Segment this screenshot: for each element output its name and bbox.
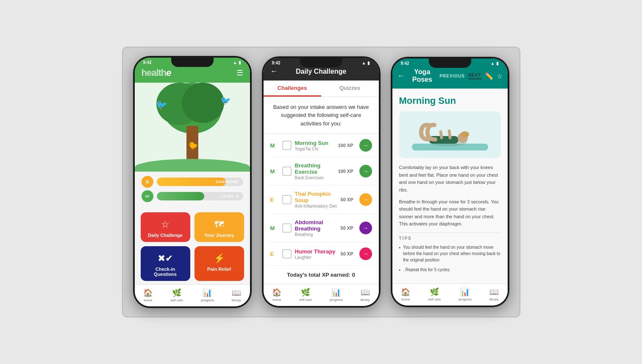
checkbox-4[interactable] [282,223,292,233]
svg-point-3 [461,131,469,137]
tips-label: TIPS [399,232,501,241]
nav-progress-3[interactable]: 📊 progress [459,287,472,301]
back-arrow-3[interactable]: ← [397,72,405,81]
checkin-icon: ✖✔ [158,253,173,264]
go-btn-3[interactable]: → [359,193,372,206]
challenge-sub-1: Yoga/Tai Chi [295,147,335,151]
nav-selfcare-1[interactable]: 🌿 self care [170,288,183,302]
checkbox-3[interactable] [282,195,292,204]
nav-home-3[interactable]: 🏠 home [401,287,410,301]
daily-challenge-button[interactable]: ☆ Daily Challenge [141,212,190,242]
letter-m-2: M [270,168,279,175]
challenge-info-1: Morning Sun Yoga/Tai Chi [295,140,335,151]
nav-library-3[interactable]: 📖 library [489,287,499,301]
svg-line-5 [449,131,450,138]
app-header-1: healthe ☰ [135,66,250,83]
your-journey-button[interactable]: 🗺 Your Journey [195,212,244,242]
challenge-list: M Morning Sun Yoga/Tai Chi 100 XP → M Br… [264,134,379,266]
nav-home-1[interactable]: 🏠 home [143,288,153,302]
challenge-header: ← Daily Challenge [264,66,379,81]
pain-relief-button[interactable]: ⚡ Pain Relief [195,246,244,281]
status-time-1: 9:42 [143,60,152,65]
star-icon-3[interactable]: ☆ [497,72,503,80]
nav-home-label-1: home [144,298,152,302]
svg-line-4 [441,132,442,138]
nav-selfcare-label-1: self care [170,298,183,302]
challenge-item-5: E Humor Therapy Laughter 50 XP → [268,242,375,266]
nav-library-1[interactable]: 📖 library [232,288,241,302]
sunshine-row: S SUNSHINE [142,176,243,188]
status-time-3: 9:42 [401,61,409,66]
tab-quizzes[interactable]: Quizzes [321,81,379,97]
nav-home-2[interactable]: 🏠 home [272,288,281,302]
go-btn-2[interactable]: → [359,165,372,178]
challenge-title: Daily Challenge [296,68,346,75]
level-label: LEVEL 9 [220,194,239,198]
phone-challenge: 9:42 ▲ ▮ ← Daily Challenge Challenges Qu… [262,56,381,308]
challenge-name-2: Breathing Exercise [295,162,335,175]
nav-selfcare-label-3: self care [428,297,441,301]
challenge-info-2: Breathing Exercise Back Exercises [295,162,335,180]
tree-canopy-right [182,83,224,123]
challenge-item-4: M Abdominal Breathing Breathing 50 XP → [268,214,375,242]
nav-progress-1[interactable]: 📊 progress [201,288,214,302]
bottom-nav-3: 🏠 home 🌿 self care 📊 progress 📖 library [392,283,508,306]
wifi-icon-3: ▲ [491,61,495,66]
challenge-sub-3: Anti-Inflammatory Diet [295,204,337,208]
notch-2 [300,58,342,67]
hamburger-menu[interactable]: ☰ [236,68,243,78]
nav-home-label-3: home [401,297,410,301]
xp-track: LEVEL 9 [157,192,243,200]
daily-challenge-label: Daily Challenge [148,233,183,238]
bird-red-icon: 🐦 [220,95,231,106]
xp-badge: XP [142,190,153,202]
bottom-nav-2: 🏠 home 🌿 self care 📊 progress 📖 library [264,284,379,306]
nav-selfcare-3[interactable]: 🌿 self care [428,287,441,301]
nav-library-label-2: library [361,298,370,302]
home-icon-1: 🏠 [143,288,153,297]
challenge-sub-5: Laughter [295,255,337,260]
yoga-desc-1: Comfortably lay on your back with your k… [399,164,501,194]
prev-button[interactable]: PREVIOUS [439,74,465,78]
challenge-info-3: Thai Pumpkin Soup Anti-Inflammatory Diet [295,191,337,208]
challenge-sub-2: Back Exercises [295,175,335,180]
challenge-name-5: Humor Therapy [295,248,337,255]
battery-icon-3: ▮ [496,61,499,66]
letter-m-4: M [270,225,279,231]
app-showcase: 9:42 ▲ ▮ healthe ☰ 🐦 🐦 [122,47,520,317]
nav-progress-2[interactable]: 📊 progress [330,288,343,302]
bar-icon-2: 📊 [331,288,341,297]
xp-fill [157,192,204,200]
tip-bullet-1: • [399,245,401,263]
tip-text-1: You should feel the hand on your stomach… [403,244,500,263]
progress-section: S SUNSHINE XP LEVEL 9 [135,172,250,208]
leaf-icon-1: 🌿 [172,288,181,297]
pose-title: Morning Sun [399,95,501,106]
letter-m-1: M [270,142,279,149]
home-icon-2: 🏠 [272,288,281,297]
yoga-header: ← Yoga Poses PREVIOUS NEXT ✏️ ☆ [392,67,508,89]
go-btn-4[interactable]: → [359,222,372,234]
tip-text-2: . Repeat this for 5 cycles. [403,267,450,273]
book-icon-1: 📖 [232,288,241,297]
challenge-xp-3: 50 XP [341,197,353,202]
checkbox-5[interactable] [282,249,292,258]
go-btn-5[interactable]: → [359,247,372,260]
checkin-button[interactable]: ✖✔ Check-in Questions [141,246,190,281]
next-button[interactable]: NEXT [468,73,481,79]
tab-challenges[interactable]: Challenges [264,81,321,97]
book-icon-2: 📖 [361,288,370,297]
challenge-intro: Based on your intake answers we have sug… [264,97,379,134]
battery-icon-2: ▮ [367,61,370,65]
checkbox-2[interactable] [282,167,292,176]
go-btn-1[interactable]: → [359,139,372,152]
back-arrow-2[interactable]: ← [270,67,278,76]
book-icon-3: 📖 [489,287,499,297]
bird-yellow-icon: 🐤 [188,141,197,150]
nav-selfcare-2[interactable]: 🌿 self care [299,288,312,302]
edit-icon[interactable]: ✏️ [485,72,493,80]
pose-illustration [399,111,501,158]
challenge-name-3: Thai Pumpkin Soup [295,191,337,203]
nav-library-2[interactable]: 📖 library [361,288,370,302]
checkbox-1[interactable] [282,141,292,150]
